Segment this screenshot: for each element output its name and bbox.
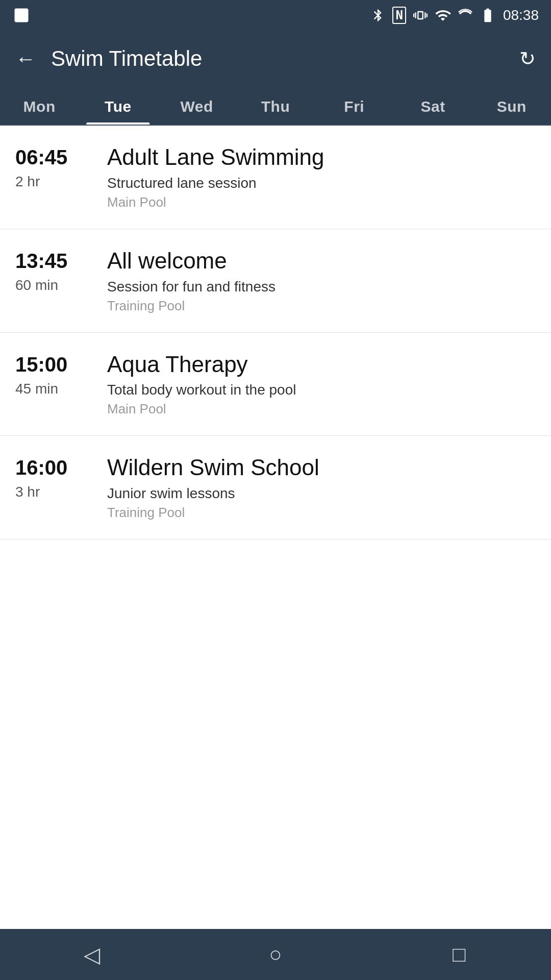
session-desc-0: Structured lane session <box>107 175 536 191</box>
session-duration-3: 3 hr <box>15 484 40 500</box>
signal-icon <box>458 8 472 22</box>
status-time: 08:38 <box>503 7 539 23</box>
nav-back-button[interactable]: ◁ <box>71 934 112 975</box>
day-tab-mon[interactable]: Mon <box>0 87 79 125</box>
nav-recents-button[interactable]: □ <box>439 934 480 975</box>
session-desc-2: Total body workout in the pool <box>107 382 536 398</box>
session-time-col-3: 16:00 3 hr <box>15 454 97 500</box>
session-item-1[interactable]: 13:45 60 min All welcome Session for fun… <box>0 229 551 333</box>
day-tabs: MonTueWedThuFriSatSun <box>0 87 551 126</box>
session-duration-0: 2 hr <box>15 174 40 190</box>
day-tab-sun[interactable]: Sun <box>472 87 551 125</box>
day-tab-fri[interactable]: Fri <box>315 87 393 125</box>
session-location-1: Training Pool <box>107 298 536 314</box>
session-name-3: Wildern Swim School <box>107 454 536 481</box>
bluetooth-icon <box>371 8 385 22</box>
photo-icon <box>12 6 31 24</box>
day-tab-tue[interactable]: Tue <box>79 87 157 125</box>
battery-icon <box>480 7 496 23</box>
app-title: Swim Timetable <box>51 46 504 71</box>
session-info-1: All welcome Session for fun and fitness … <box>97 248 536 314</box>
app-bar: ← Swim Timetable ↻ <box>0 31 551 87</box>
session-item-0[interactable]: 06:45 2 hr Adult Lane Swimming Structure… <box>0 126 551 229</box>
session-list: 06:45 2 hr Adult Lane Swimming Structure… <box>0 126 551 929</box>
nfc-icon: N <box>392 7 406 24</box>
status-bar-left <box>12 6 31 24</box>
session-info-2: Aqua Therapy Total body workout in the p… <box>97 351 536 418</box>
session-name-1: All welcome <box>107 248 536 275</box>
day-tab-sat[interactable]: Sat <box>393 87 472 125</box>
refresh-button[interactable]: ↻ <box>519 47 536 70</box>
session-location-0: Main Pool <box>107 194 536 210</box>
vibrate-icon <box>413 8 428 22</box>
session-time-col-2: 15:00 45 min <box>15 351 97 397</box>
session-info-0: Adult Lane Swimming Structured lane sess… <box>97 144 536 210</box>
session-time-col-0: 06:45 2 hr <box>15 144 97 190</box>
back-button[interactable]: ← <box>15 47 36 70</box>
session-name-0: Adult Lane Swimming <box>107 144 536 171</box>
session-time-2: 15:00 <box>15 353 67 376</box>
session-time-1: 13:45 <box>15 250 67 272</box>
session-name-2: Aqua Therapy <box>107 351 536 378</box>
session-info-3: Wildern Swim School Junior swim lessons … <box>97 454 536 521</box>
session-item-2[interactable]: 15:00 45 min Aqua Therapy Total body wor… <box>0 333 551 436</box>
session-item-3[interactable]: 16:00 3 hr Wildern Swim School Junior sw… <box>0 436 551 540</box>
status-bar: N 08:38 <box>0 0 551 31</box>
day-tab-thu[interactable]: Thu <box>236 87 315 125</box>
session-desc-3: Junior swim lessons <box>107 485 536 502</box>
session-time-0: 06:45 <box>15 146 67 168</box>
day-tab-wed[interactable]: Wed <box>158 87 236 125</box>
nav-home-button[interactable]: ○ <box>255 934 296 975</box>
session-desc-1: Session for fun and fitness <box>107 279 536 295</box>
session-duration-1: 60 min <box>15 277 58 293</box>
wifi-icon <box>435 7 451 23</box>
bottom-nav: ◁ ○ □ <box>0 929 551 980</box>
session-location-2: Main Pool <box>107 401 536 417</box>
session-location-3: Training Pool <box>107 505 536 521</box>
status-bar-right: N 08:38 <box>371 7 539 24</box>
session-time-3: 16:00 <box>15 456 67 479</box>
session-time-col-1: 13:45 60 min <box>15 248 97 293</box>
session-duration-2: 45 min <box>15 381 58 397</box>
